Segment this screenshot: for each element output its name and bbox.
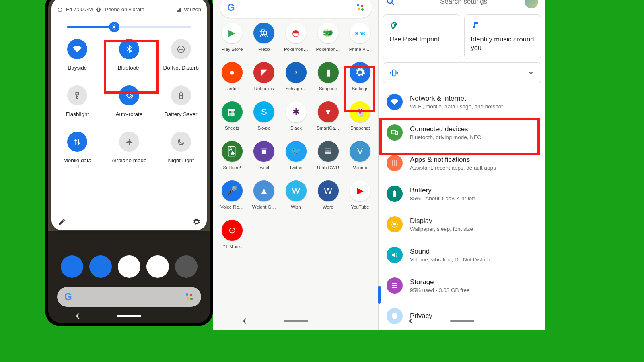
settings-display[interactable]: DisplayWallpaper, sleep, font size <box>379 209 545 240</box>
settings-connected-devices[interactable]: Connected devicesBluetooth, driving mode… <box>379 117 545 148</box>
account-avatar[interactable] <box>525 0 538 8</box>
app-utah-dwr[interactable]: ▤Utah DWR <box>312 141 344 170</box>
app-prime-vi[interactable]: primePrime Vi… <box>344 23 376 52</box>
app-icon: ✱ <box>286 101 307 122</box>
status-silent: Phone on vibrate <box>105 6 144 12</box>
settings-item-title: Display <box>410 217 473 225</box>
back-icon[interactable] <box>76 313 82 319</box>
app-twitch[interactable]: ▣Twitch <box>248 141 280 170</box>
app-smartca[interactable]: ▼SmartCa… <box>312 101 344 130</box>
qs-tile-night-light[interactable]: Night Light <box>155 132 207 169</box>
app-play-store[interactable]: ▶Play Store <box>216 23 248 52</box>
app-label: Scopone <box>314 86 343 91</box>
alarm-icon <box>57 7 63 12</box>
settings-search-bar[interactable]: Search settings <box>382 0 542 11</box>
settings-battery[interactable]: Battery85% - About 1 day, 4 hr left <box>379 178 545 209</box>
qs-tile-rotate[interactable]: Auto-rotate <box>103 85 155 117</box>
app-icon: ▶ <box>350 180 370 201</box>
qs-tile-battery-saver[interactable]: Battery Saver <box>155 85 207 117</box>
qs-tile-flashlight[interactable]: Flashlight <box>51 85 103 117</box>
app-weight-g[interactable]: ▲Weight G… <box>248 180 280 209</box>
app-icon: prime <box>350 23 370 43</box>
qs-tile-bluetooth[interactable]: Bluetooth <box>103 39 155 71</box>
app-schlage[interactable]: SSchlage… <box>280 62 312 91</box>
svg-rect-10 <box>396 132 398 135</box>
app-label: Pokémon… <box>314 47 343 52</box>
fingerprint-icon <box>389 21 453 31</box>
app-pleco[interactable]: 魚Pleco <box>248 23 280 52</box>
app-roborock[interactable]: ◤Roborock <box>248 62 280 91</box>
settings-item-title: Sound <box>410 248 490 256</box>
back-icon[interactable] <box>409 318 414 324</box>
settings-list: Network & internetWi-Fi, mobile, data us… <box>379 87 545 331</box>
settings-network-internet[interactable]: Network & internetWi-Fi, mobile, data us… <box>379 87 545 117</box>
home-pill[interactable] <box>117 315 141 317</box>
app-twitter[interactable]: 🐦Twitter <box>280 141 312 170</box>
qs-tile-airplane[interactable]: Airplane mode <box>103 132 155 169</box>
settings-apps-notifications[interactable]: Apps & notificationsAssistant, recent ap… <box>379 148 545 178</box>
settings-item-sub: Wi-Fi, mobile, data usage, and hotspot <box>410 103 503 110</box>
svg-rect-24 <box>392 285 397 286</box>
app-voice-re[interactable]: 🎤Voice Re… <box>216 180 248 209</box>
svg-point-12 <box>394 161 395 162</box>
app-icon: ⊙ <box>222 220 243 241</box>
svg-rect-25 <box>392 287 397 288</box>
app-label: Voice Re… <box>218 205 247 209</box>
brightness-icon <box>111 24 117 30</box>
svg-rect-1 <box>98 8 100 11</box>
edit-icon[interactable] <box>58 218 66 226</box>
google-logo-icon: G <box>227 2 235 13</box>
svg-point-17 <box>392 165 393 166</box>
settings-item-title: Connected devices <box>410 125 481 133</box>
settings-storage[interactable]: Storage95% used - 3.03 GB free <box>379 270 545 301</box>
app-word[interactable]: WWord <box>312 180 344 209</box>
settings-item-sub: 95% used - 3.03 GB free <box>410 287 470 293</box>
app-label: Prime Vi… <box>346 47 374 52</box>
app-icon: 👻 <box>350 101 370 122</box>
home-pill[interactable] <box>284 320 308 322</box>
svg-point-2 <box>113 26 115 28</box>
back-icon[interactable] <box>243 318 249 324</box>
app-label: Play Store <box>218 47 247 52</box>
qs-tile-mobile-data[interactable]: Mobile data LTE <box>51 132 103 169</box>
app-skype[interactable]: SSkype <box>248 101 280 130</box>
assistant-icon <box>185 292 194 301</box>
app-slack[interactable]: ✱Slack <box>280 101 312 130</box>
drawer-search-bar[interactable]: G <box>220 0 372 18</box>
app-youtube[interactable]: ▶YouTube <box>344 180 376 209</box>
app-pok-mon[interactable]: ◓Pokémon… <box>280 23 312 52</box>
app-sheets[interactable]: ▦Sheets <box>216 101 248 130</box>
app-label: Sheets <box>218 126 247 130</box>
vibration-expander[interactable] <box>383 62 541 83</box>
app-yt-music[interactable]: ⊙YT Music <box>216 220 248 249</box>
card-identify-music[interactable]: Identify music around you <box>464 14 542 59</box>
app-icon: W <box>286 180 307 201</box>
settings-icon[interactable] <box>192 218 200 226</box>
app-scopone[interactable]: ▮Scopone <box>312 62 344 91</box>
app-drawer-grid: ▶Play Store魚Pleco◓Pokémon…🐲Pokémon…prime… <box>216 23 376 249</box>
card-pixel-imprint[interactable]: Use Pixel Imprint <box>383 14 460 59</box>
status-time: Fri 7:00 AM <box>66 6 93 12</box>
vibrate-icon <box>389 68 398 77</box>
app-pok-mon[interactable]: 🐲Pokémon… <box>312 23 344 52</box>
app-label: Reddit <box>218 86 247 91</box>
svg-rect-23 <box>392 283 397 284</box>
qs-tile-dnd[interactable]: Do Not Disturb <box>155 39 207 71</box>
app-reddit[interactable]: ●Reddit <box>216 62 248 91</box>
qs-tile-wifi[interactable]: Bayside <box>51 39 103 71</box>
app-label: Utah DWR <box>314 165 343 170</box>
settings-sound[interactable]: SoundVolume, vibration, Do Not Disturb <box>379 240 545 270</box>
app-settings[interactable]: Settings <box>344 62 376 91</box>
app-label: Pleco <box>249 47 278 52</box>
app-solitaire[interactable]: 🂡Solitaire! <box>216 141 248 170</box>
home-pill[interactable] <box>450 320 474 322</box>
app-icon: ● <box>222 62 243 83</box>
app-wish[interactable]: WWish <box>280 180 312 209</box>
app-label: Word <box>314 205 343 209</box>
svg-point-22 <box>393 223 396 226</box>
status-carrier: Verizon <box>184 6 201 12</box>
app-snapchat[interactable]: 👻Snapchat <box>344 101 376 130</box>
google-search-bar[interactable]: G <box>57 287 201 307</box>
brightness-slider[interactable] <box>67 26 191 28</box>
app-venmo[interactable]: VVenmo <box>344 141 376 170</box>
